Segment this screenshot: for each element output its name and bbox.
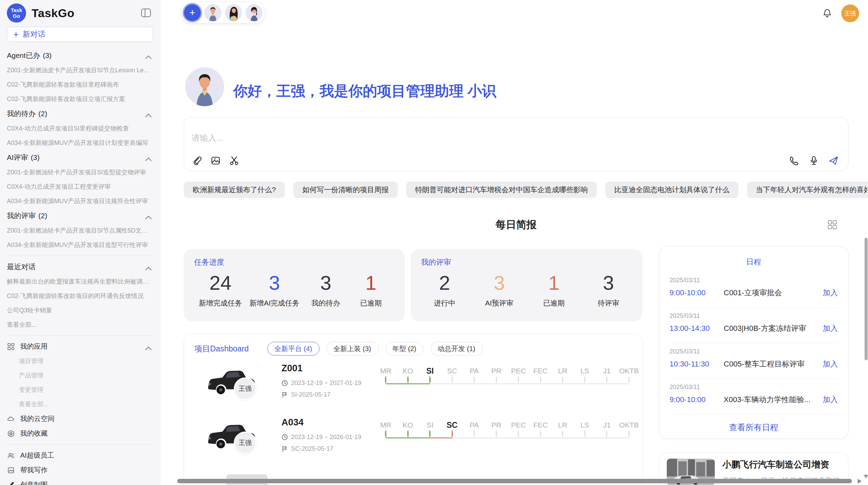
join-button[interactable]: 加入 (823, 395, 838, 405)
help-write-label: 帮我写作 (20, 465, 48, 475)
favorites-badge-icon (7, 430, 15, 438)
sidebar-item-ai-employee[interactable]: AI超级员工 (7, 448, 153, 463)
divider (7, 444, 153, 445)
suggestion-chip[interactable]: 当下年轻人对汽车外观有怎样的喜好趋势 (747, 182, 868, 198)
stat-overdue: 1 已逾期 (352, 270, 390, 308)
project-row-a034[interactable]: 王强 A034 2023-12-19 ~ 2026-01-19 SC-2025-… (184, 416, 642, 470)
my-review-card: 我的评审 2 进行中 3 AI预评审 1 已逾期 3 待评审 (411, 249, 642, 321)
chat-composer (184, 117, 848, 171)
stat-review-overdue: 1 已逾期 (535, 270, 573, 308)
app-link-change-mgmt[interactable]: 变更管理 (7, 383, 153, 397)
task-item[interactable]: A034-全新新能源MUV产品开发项目计划变更表编写 (7, 136, 153, 150)
new-chat-button[interactable]: + 新对话 (7, 27, 153, 42)
task-item[interactable]: C02-飞腾新能源轻客改款项目立项汇报方案 (7, 92, 153, 106)
plus-icon: + (13, 29, 19, 40)
agent-switcher: + (181, 2, 265, 23)
suggestion-chip[interactable]: 如何写一份清晰的项目周报 (293, 182, 398, 198)
sidebar-item-creative-draw[interactable]: 创意制图 (7, 477, 153, 485)
collapse-sidebar-icon[interactable] (141, 8, 151, 17)
section-my-apps[interactable]: 我的应用 (7, 339, 153, 354)
section-title: 最近对话 (7, 262, 36, 272)
chevron-up-icon[interactable] (145, 155, 152, 163)
scroll-down-arrow-icon[interactable] (864, 475, 868, 478)
project-row-z001[interactable]: 王强 Z001 2023-12-19 ~ 2027-01-19 SI-2025-… (184, 362, 642, 416)
tab-new-body[interactable]: 全新上装 (3) (326, 342, 378, 356)
user-avatar[interactable]: 王强 (841, 4, 859, 22)
task-item[interactable]: A034-全新新能源MUV产品开发项目法规符合性评审 (7, 194, 153, 208)
voice-call-icon[interactable] (788, 155, 799, 166)
event-time: 9:00-10:00 (670, 395, 724, 404)
schedule-card: 日程 2025/03/11 9:00-10:00 C001-立项审批会 加入 2… (659, 246, 848, 439)
chat-input[interactable] (192, 133, 706, 146)
agent-avatar-2[interactable] (225, 4, 242, 21)
app-link-project-mgmt[interactable]: 项目管理 (7, 354, 153, 368)
chevron-up-icon[interactable] (145, 53, 152, 61)
task-item[interactable]: Z001-全新燃油轻卡产品开发项目SI节点属性5D文件评审 (7, 223, 153, 238)
tab-new-platform[interactable]: 全新平台 (4) (267, 342, 320, 356)
section-my-review[interactable]: 我的评审 (2) (7, 208, 153, 223)
task-item[interactable]: Z001-全新燃油皮卡产品开发项目SI节点Lesson Learn报告 (7, 63, 153, 77)
join-button[interactable]: 加入 (823, 359, 838, 369)
tab-year-model[interactable]: 年型 (2) (385, 342, 424, 356)
section-recent-chats[interactable]: 最近对话 (7, 259, 153, 274)
section-count: (2) (38, 212, 47, 220)
scroll-right-arrow-icon[interactable] (858, 479, 861, 484)
agent-avatar-3[interactable] (245, 4, 263, 21)
task-item[interactable]: C0X4-动力总成开发项目工程变更评审 (7, 179, 153, 194)
vertical-scrollbar[interactable] (865, 238, 868, 360)
agent-avatar-1[interactable] (204, 4, 221, 21)
project-flag-date: SI-2025-05-17 (281, 391, 330, 398)
image-upload-icon[interactable] (210, 155, 221, 166)
suggestion-chip[interactable]: 比亚迪全固态电池计划具体说了什么 (605, 182, 738, 198)
section-my-todo[interactable]: 我的待办 (2) (7, 106, 153, 121)
join-button[interactable]: 加入 (823, 323, 838, 334)
new-chat-label: 新对话 (23, 29, 45, 39)
task-item[interactable]: C02-飞腾新能源轻客改款项目里程碑画布 (7, 77, 153, 92)
recent-chat-item[interactable]: 解释最新出台的欧盟报废车法规再生塑料比例被调至15%... (7, 274, 153, 289)
stat-pending-review: 3 待评审 (590, 270, 627, 308)
card-title: 我的评审 (421, 257, 632, 268)
add-agent-button[interactable]: + (184, 4, 201, 21)
project-dashboard-card: 项目Dashboard 全新平台 (4) 全新上装 (3) 年型 (2) 动总开… (184, 334, 642, 485)
divider (7, 256, 153, 256)
send-icon[interactable] (828, 155, 839, 166)
sidebar-item-cloud-space[interactable]: 我的云空间 (7, 411, 153, 426)
task-item[interactable]: C0X4-动力总成开发项目SI里程碑提交物检查 (7, 121, 153, 136)
topbar-right: 王强 (822, 4, 859, 22)
view-all-schedule-link[interactable]: 查看所有日程 (659, 422, 848, 433)
view-all-apps[interactable]: 查看全部... (7, 397, 153, 411)
event-time: 10:30-11:30 (670, 360, 724, 369)
suggestion-chip[interactable]: 欧洲新规最近颁布了什么? (184, 182, 285, 198)
task-item[interactable]: Z001-全新燃油轻卡产品开发项目SI造型提交物评审 (7, 165, 153, 179)
view-all-chats[interactable]: 查看全部... (7, 318, 153, 332)
microphone-icon[interactable] (808, 155, 819, 166)
creative-draw-label: 创意制图 (20, 480, 48, 485)
tab-powertrain[interactable]: 动总开发 (1) (431, 342, 483, 356)
chevron-up-icon[interactable] (145, 213, 152, 221)
chevron-up-icon[interactable] (145, 264, 152, 272)
attachment-icon[interactable] (192, 155, 203, 166)
composer-left-tools (192, 155, 240, 166)
chevron-up-icon[interactable] (145, 344, 152, 352)
stat-new-ai-done: 3 新增AI完成任务 (250, 270, 300, 308)
milestone-track: MR KO SI SC PA PR PEC FEC LR LS J1 OKTB (375, 365, 640, 383)
section-agent-done[interactable]: Agent已办 (3) (7, 48, 153, 63)
briefing-layout-icon[interactable] (827, 219, 838, 230)
app-title: TaskGo (32, 7, 74, 20)
app-link-product-mgmt[interactable]: 产品管理 (7, 368, 153, 383)
image-doc-icon (7, 466, 15, 474)
recent-chat-item[interactable]: 公司Q3轻卡销量 (7, 303, 153, 318)
recent-chat-item[interactable]: C02-飞腾新能源轻客改款项目的闭环通告反馈情况 (7, 289, 153, 303)
suggestion-chip[interactable]: 特朗普可能对进口汽车增税会对中国车企造成哪些影响 (406, 182, 597, 198)
section-ai-review[interactable]: AI评审 (3) (7, 150, 153, 165)
apps-grid-icon (7, 343, 15, 351)
section-title: AI评审 (7, 153, 28, 162)
horizontal-scrollbar[interactable] (177, 479, 852, 483)
sidebar-item-favorites[interactable]: 我的收藏 (7, 426, 153, 441)
join-button[interactable]: 加入 (823, 288, 838, 298)
task-item[interactable]: A034-全新新能源MUV产品开发项目造型可行性评审 (7, 238, 153, 252)
sidebar-item-help-write[interactable]: 帮我写作 (7, 463, 153, 477)
screenshot-scissors-icon[interactable] (229, 155, 240, 166)
notification-bell-icon[interactable] (822, 8, 832, 18)
chevron-up-icon[interactable] (145, 111, 152, 119)
